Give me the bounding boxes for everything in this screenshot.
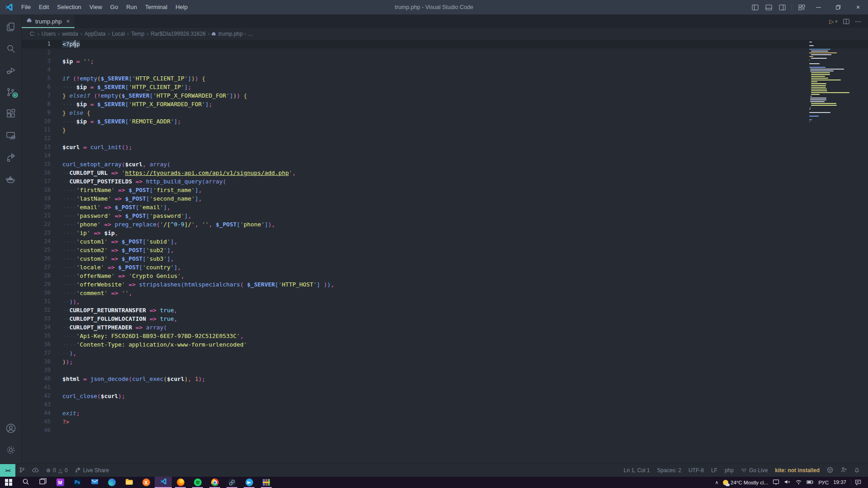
restore-button[interactable] xyxy=(828,0,848,14)
code-line[interactable]: 14 xyxy=(22,151,868,160)
settings-button[interactable] xyxy=(0,440,22,462)
line-number[interactable]: 40 xyxy=(22,375,62,383)
code-line[interactable]: 37··), xyxy=(22,349,868,357)
tab-close-icon[interactable]: × xyxy=(66,18,70,24)
line-number[interactable]: 13 xyxy=(22,143,62,151)
code-line[interactable]: 38)); xyxy=(22,357,868,366)
taskbar-icon-m-app[interactable]: M xyxy=(52,477,69,488)
code-line[interactable]: 32··CURLOPT_RETURNTRANSFER => true, xyxy=(22,306,868,314)
code-line[interactable]: 1<?php xyxy=(22,40,868,48)
status-sync[interactable] xyxy=(28,464,42,477)
breadcrumb-item[interactable]: Rar$DIa199928.31626 xyxy=(150,31,206,37)
code-line[interactable]: 30····'comment' => '', xyxy=(22,289,868,297)
code-line[interactable]: 10····$ip = $_SERVER['REMOTE_ADDR']; xyxy=(22,117,868,126)
line-number[interactable]: 34 xyxy=(22,323,62,332)
code-line[interactable]: 18····'firstName' => $_POST['first_name'… xyxy=(22,186,868,194)
line-number[interactable]: 37 xyxy=(22,349,62,357)
code-line[interactable]: 21····'password' => $_POST['password'], xyxy=(22,211,868,220)
status-live-share-contacts[interactable] xyxy=(837,464,850,477)
accounts-button[interactable] xyxy=(0,418,22,440)
run-code-button[interactable]: ▷ ∨ xyxy=(829,18,838,25)
action-center-button[interactable] xyxy=(851,479,864,485)
status-cursor-position[interactable]: Ln 1, Col 1 xyxy=(620,464,653,477)
line-number[interactable]: 17 xyxy=(22,177,62,186)
code-line[interactable]: 23····'ip' => $ip, xyxy=(22,229,868,237)
code-line[interactable]: 4 xyxy=(22,66,868,74)
status-indentation[interactable]: Spaces: 2 xyxy=(654,464,685,477)
code-line[interactable]: 16··CURLOPT_URL => 'https://tyourads-api… xyxy=(22,169,868,177)
line-number[interactable]: 12 xyxy=(22,134,62,143)
code-line[interactable]: 27····'locale' => $_POST['country'], xyxy=(22,263,868,272)
code-line[interactable]: 7} elseif (!empty($_SERVER['HTTP_X_FORWA… xyxy=(22,91,868,100)
line-number[interactable]: 20 xyxy=(22,203,62,211)
line-number[interactable]: 21 xyxy=(22,211,62,220)
line-number[interactable]: 22 xyxy=(22,220,62,229)
line-number[interactable]: 33 xyxy=(22,314,62,323)
taskbar-icon-firefox[interactable] xyxy=(172,477,189,488)
task-view-button[interactable] xyxy=(34,477,52,488)
code-line[interactable]: 34··CURLOPT_HTTPHEADER => array( xyxy=(22,323,868,332)
sidebar-item-run-debug[interactable] xyxy=(0,61,22,82)
line-number[interactable]: 41 xyxy=(22,383,62,392)
code-line[interactable]: 24····'custom1' => $_POST['subid'], xyxy=(22,237,868,246)
code-editor[interactable]: 1<?php23$ip = '';45if (!empty($_SERVER['… xyxy=(22,40,868,464)
toggle-panel-icon[interactable] xyxy=(762,0,775,14)
line-number[interactable]: 35 xyxy=(22,332,62,340)
line-number[interactable]: 29 xyxy=(22,280,62,289)
code-line[interactable]: 13$curl = curl_init(); xyxy=(22,143,868,151)
line-number[interactable]: 27 xyxy=(22,263,62,272)
code-line[interactable]: 43 xyxy=(22,400,868,409)
taskbar-icon-edge[interactable] xyxy=(103,477,120,488)
line-number[interactable]: 42 xyxy=(22,392,62,400)
tab-trump-php[interactable]: trump.php × xyxy=(22,14,75,28)
line-number[interactable]: 8 xyxy=(22,100,62,108)
line-number[interactable]: 39 xyxy=(22,366,62,375)
breadcrumb-file[interactable]: trump.php xyxy=(211,31,243,37)
status-source-control[interactable] xyxy=(15,464,28,477)
status-eol[interactable]: LF xyxy=(708,464,721,477)
line-number[interactable]: 32 xyxy=(22,306,62,314)
menu-edit[interactable]: Edit xyxy=(35,0,53,14)
tray-language[interactable]: РУС xyxy=(818,480,829,485)
minimize-button[interactable] xyxy=(808,0,828,14)
menu-selection[interactable]: Selection xyxy=(53,0,85,14)
start-button[interactable] xyxy=(0,477,17,488)
taskbar-icon-chrome[interactable] xyxy=(206,477,223,488)
line-number[interactable]: 45 xyxy=(22,418,62,426)
status-go-live[interactable]: Go Live xyxy=(737,464,771,477)
code-line[interactable]: 5if (!empty($_SERVER['HTTP_CLIENT_IP']))… xyxy=(22,74,868,83)
code-line[interactable]: 25····'custom2' => $_POST['sub2'], xyxy=(22,246,868,254)
code-line[interactable]: 11} xyxy=(22,126,868,134)
code-line[interactable]: 20····'email' => $_POST['email'], xyxy=(22,203,868,211)
menu-view[interactable]: View xyxy=(85,0,106,14)
code-line[interactable]: 44exit; xyxy=(22,409,868,418)
taskbar-search-button[interactable] xyxy=(17,477,34,488)
code-line[interactable]: 39 xyxy=(22,366,868,375)
line-number[interactable]: 38 xyxy=(22,357,62,366)
line-number[interactable]: 46 xyxy=(22,426,62,435)
code-line[interactable]: 31··)), xyxy=(22,297,868,306)
menu-run[interactable]: Run xyxy=(122,0,141,14)
tray-speaker-muted-icon[interactable] xyxy=(784,479,791,486)
line-number[interactable]: 11 xyxy=(22,126,62,134)
taskbar-icon-spotify[interactable] xyxy=(189,477,206,488)
line-number[interactable]: 3 xyxy=(22,57,62,66)
menu-help[interactable]: Help xyxy=(171,0,192,14)
code-line[interactable]: 28····'offerName' => 'Crypto Genius', xyxy=(22,272,868,280)
code-line[interactable]: 33··CURLOPT_FOLLOWLOCATION => true, xyxy=(22,314,868,323)
code-line[interactable]: 22····'phone' => preg_replace('/[^0-9]/'… xyxy=(22,220,868,229)
tray-battery-icon[interactable] xyxy=(807,480,814,485)
customize-layout-icon[interactable] xyxy=(795,0,808,14)
line-number[interactable]: 43 xyxy=(22,400,62,409)
code-line[interactable]: 6····$ip = $_SERVER['HTTP_CLIENT_IP']; xyxy=(22,83,868,91)
status-live-share[interactable]: Live Share xyxy=(71,464,113,477)
status-language-mode[interactable]: php xyxy=(721,464,737,477)
sidebar-item-search[interactable] xyxy=(0,39,22,61)
menu-go[interactable]: Go xyxy=(106,0,122,14)
line-number[interactable]: 24 xyxy=(22,237,62,246)
taskbar-icon-mail[interactable] xyxy=(86,477,103,488)
line-number[interactable]: 23 xyxy=(22,229,62,237)
sidebar-item-live-share[interactable] xyxy=(0,147,22,169)
line-number[interactable]: 28 xyxy=(22,272,62,280)
remote-indicator[interactable]: >< xyxy=(0,464,15,477)
